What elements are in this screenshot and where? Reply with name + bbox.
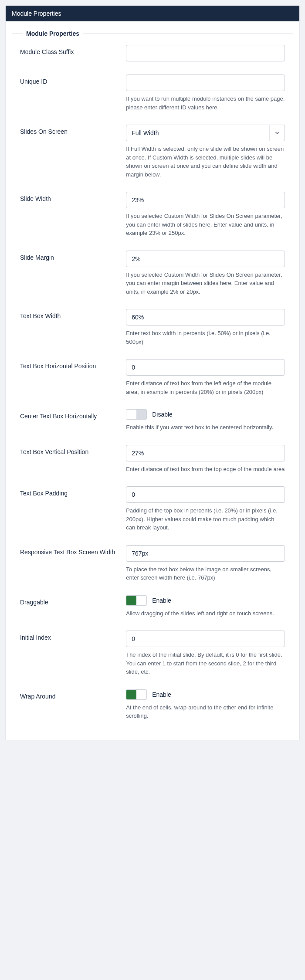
input-text-box-width[interactable] (126, 309, 285, 326)
input-text-box-horizontal[interactable] (126, 359, 285, 376)
help-text-box-padding: Padding of the top box in percents (i.e.… (126, 506, 285, 532)
help-initial-index: The index of the initial slide. By defau… (126, 651, 285, 676)
label-slides-on-screen: Slides On Screen (20, 125, 126, 135)
input-responsive-width[interactable] (126, 545, 285, 562)
help-slide-margin: If you selected Custom Width for Slides … (126, 271, 285, 296)
input-module-class-suffix[interactable] (126, 45, 285, 61)
help-center-text-box: Enable this if you want text box to be c… (126, 423, 285, 432)
toggle-state-wrap-around: Enable (152, 691, 171, 698)
toggle-state-draggable: Enable (152, 597, 171, 604)
field-slide-margin: Slide Margin If you selected Custom Widt… (20, 251, 285, 296)
field-center-text-box: Center Text Box Horizontally Disable Ena… (20, 409, 285, 432)
label-text-box-horizontal: Text Box Horizontal Position (20, 359, 126, 370)
toggle-draggable[interactable] (126, 595, 147, 606)
label-text-box-vertical: Text Box Vertical Position (20, 445, 126, 455)
label-unique-id: Unique ID (20, 75, 126, 85)
field-wrap-around: Wrap Around Enable At the end of cells, … (20, 689, 285, 720)
label-wrap-around: Wrap Around (20, 689, 126, 700)
help-slides-on-screen: If Full Width is selected, only one slid… (126, 145, 285, 179)
field-slides-on-screen: Slides On Screen Full Width If Full Widt… (20, 125, 285, 179)
module-properties-panel: Module Properties Module Properties Modu… (5, 5, 300, 740)
field-initial-index: Initial Index The index of the initial s… (20, 631, 285, 676)
input-text-box-padding[interactable] (126, 486, 285, 503)
toggle-center-text-box[interactable] (126, 409, 147, 420)
field-module-class-suffix: Module Class Suffix (20, 45, 285, 61)
panel-header: Module Properties (6, 6, 299, 21)
field-unique-id: Unique ID If you want to run multiple mo… (20, 75, 285, 112)
field-text-box-horizontal: Text Box Horizontal Position Enter dista… (20, 359, 285, 396)
field-responsive-width: Responsive Text Box Screen Width To plac… (20, 545, 285, 582)
help-draggable: Allow dragging of the slides left and ri… (126, 609, 285, 618)
label-module-class-suffix: Module Class Suffix (20, 45, 126, 55)
label-draggable: Draggable (20, 595, 126, 606)
input-unique-id[interactable] (126, 75, 285, 91)
label-text-box-width: Text Box Width (20, 309, 126, 319)
label-slide-margin: Slide Margin (20, 251, 126, 261)
select-slides-on-screen[interactable]: Full Width (126, 125, 285, 141)
field-draggable: Draggable Enable Allow dragging of the s… (20, 595, 285, 618)
help-wrap-around: At the end of cells, wrap-around to the … (126, 703, 285, 720)
input-slide-width[interactable] (126, 192, 285, 208)
label-center-text-box: Center Text Box Horizontally (20, 409, 126, 420)
label-text-box-padding: Text Box Padding (20, 486, 126, 497)
panel-title: Module Properties (12, 10, 61, 17)
group-legend: Module Properties (23, 30, 83, 37)
help-text-box-width: Enter text box width in percents (i.e. 5… (126, 329, 285, 346)
help-text-box-horizontal: Enter distance of text box from the left… (126, 379, 285, 396)
help-unique-id: If you want to run multiple module insta… (126, 95, 285, 112)
field-text-box-padding: Text Box Padding Padding of the top box … (20, 486, 285, 532)
help-slide-width: If you selected Custom Width for Slides … (126, 212, 285, 237)
toggle-state-center-text-box: Disable (152, 411, 173, 418)
field-slide-width: Slide Width If you selected Custom Width… (20, 192, 285, 237)
toggle-wrap-around[interactable] (126, 689, 147, 700)
help-responsive-width: To place the text box below the image on… (126, 565, 285, 582)
label-initial-index: Initial Index (20, 631, 126, 641)
field-text-box-width: Text Box Width Enter text box width in p… (20, 309, 285, 346)
input-slide-margin[interactable] (126, 251, 285, 267)
module-properties-group: Module Properties Module Class Suffix Un… (12, 30, 293, 731)
label-slide-width: Slide Width (20, 192, 126, 202)
panel-body: Module Properties Module Class Suffix Un… (6, 21, 299, 740)
input-initial-index[interactable] (126, 631, 285, 647)
input-text-box-vertical[interactable] (126, 445, 285, 461)
label-responsive-width: Responsive Text Box Screen Width (20, 545, 126, 556)
field-text-box-vertical: Text Box Vertical Position Enter distanc… (20, 445, 285, 474)
help-text-box-vertical: Enter distance of text box from the top … (126, 465, 285, 474)
